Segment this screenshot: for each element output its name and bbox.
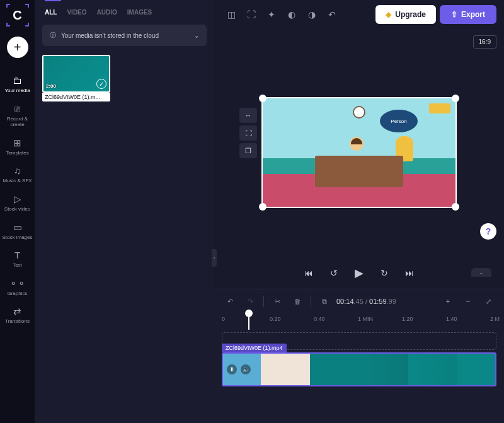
nav-label: Stock video	[4, 206, 30, 212]
forward-button[interactable]: ↻	[377, 266, 391, 280]
ruler-mark: 0:40	[314, 316, 325, 322]
timecode-display: 00:14.45 / 01:59.99	[336, 298, 396, 305]
nav-record-create[interactable]: ⎚Record & create	[0, 100, 35, 132]
video-clip[interactable]: ⏸ 🔈	[222, 352, 496, 386]
pip-button[interactable]: ❐	[239, 143, 257, 158]
resize-handle-br[interactable]	[452, 203, 459, 211]
preview-speech-bubble: Person	[380, 110, 418, 132]
crop-button[interactable]: ⛶	[242, 5, 261, 24]
resize-handle-tl[interactable]	[259, 95, 266, 102]
nav-graphics[interactable]: ⚬⚬Graphics	[0, 275, 35, 301]
ruler-mark: 1 MIN	[358, 316, 373, 322]
preview-side-tools: ↔ ⛶ ❐	[239, 108, 257, 158]
preview-wrap: ↔ ⛶ ❐ Person	[214, 29, 504, 257]
split-button[interactable]: ✂	[269, 293, 285, 310]
storage-notice-text: Your media isn't stored in the cloud	[61, 32, 159, 39]
current-time: 00:14	[336, 298, 354, 305]
add-media-button[interactable]: +	[7, 37, 28, 58]
camera-icon: ⎚	[12, 104, 23, 114]
chevron-down-icon: ⌄	[194, 32, 199, 39]
preview-watermark	[429, 103, 450, 113]
fit-timeline-button[interactable]: ⤢	[480, 293, 496, 310]
ruler-mark: 0	[222, 316, 225, 322]
tab-audio[interactable]: AUDIO	[97, 9, 117, 16]
clip-filename-label: ZCl69dVtW0E (1).mp4	[222, 344, 287, 352]
transport-controls: ⏮ ↺ ▶ ↻ ⏭	[214, 257, 504, 289]
clip-mute-icon[interactable]: 🔈	[241, 364, 251, 374]
play-button[interactable]: ▶	[352, 266, 366, 280]
timeline-ruler[interactable]: 0 0:20 0:40 1 MIN 1:20 1:40 2 M	[214, 313, 504, 330]
ruler-mark: 0:20	[270, 316, 281, 322]
resize-handle-bl[interactable]	[259, 203, 266, 211]
collapse-timeline-handle[interactable]: ⌄	[471, 268, 491, 277]
text-icon: T	[12, 250, 23, 260]
undo-button[interactable]: ↶	[222, 293, 238, 310]
zoom-out-button[interactable]: −	[460, 293, 476, 310]
preview-character-boy	[350, 137, 364, 151]
media-thumbnail[interactable]: ✓ ZCl69dVtW0E (1).m...	[42, 55, 110, 101]
nav-text[interactable]: TText	[0, 246, 35, 272]
ruler-mark: 1:20	[402, 316, 413, 322]
nav-label: Graphics	[7, 291, 27, 297]
skip-end-button[interactable]: ⏭	[403, 266, 416, 280]
export-label: Export	[461, 10, 485, 19]
diamond-icon: ◈	[386, 10, 391, 19]
nav-label: Transitions	[5, 318, 30, 325]
redo-button[interactable]: ↷	[242, 293, 258, 310]
storage-notice[interactable]: ⓘ Your media isn't stored in the cloud ⌄	[42, 25, 207, 46]
nav-label: Text	[13, 262, 22, 269]
fit-screen-button[interactable]: ⛶	[239, 125, 257, 141]
nav-label: Record & create	[0, 116, 35, 128]
graphics-icon: ⚬⚬	[12, 279, 23, 289]
tab-images[interactable]: IMAGES	[127, 9, 152, 16]
nav-your-media[interactable]: 🗀Your media	[0, 72, 35, 98]
video-icon: ▷	[12, 194, 23, 204]
resize-handle-tr[interactable]	[452, 95, 459, 102]
clip-pause-icon[interactable]: ⏸	[227, 364, 237, 374]
image-icon: ▭	[12, 223, 23, 233]
top-toolbar: ◫ ⛶ ✦ ◐ ◑ ↶ ◈Upgrade ⇧Export	[214, 0, 504, 29]
upload-icon: ⇧	[451, 10, 457, 19]
nav-transitions[interactable]: ⇄Transitions	[0, 303, 35, 328]
video-preview[interactable]: Person	[263, 98, 455, 207]
magic-button[interactable]: ✦	[262, 5, 281, 24]
nav-stock-video[interactable]: ▷Stock video	[0, 190, 35, 216]
filter-button[interactable]: ◑	[302, 5, 321, 24]
snap-button[interactable]: ⧉	[316, 293, 333, 310]
skip-start-button[interactable]: ⏮	[302, 266, 316, 280]
preview-desk-prop	[315, 156, 403, 187]
nav-stock-images[interactable]: ▭Stock images	[0, 219, 35, 245]
timeline-tracks: ZCl69dVtW0E (1).mp4 ⏸ 🔈	[214, 330, 504, 423]
clip-wrapper: ZCl69dVtW0E (1).mp4 ⏸ 🔈	[222, 352, 496, 386]
tab-video[interactable]: VIDEO	[67, 9, 86, 16]
nav-music-sfx[interactable]: ♫Music & SFX	[0, 162, 35, 188]
rewind-button[interactable]: ↺	[327, 266, 341, 280]
thumbnail-filename: ZCl69dVtW0E (1).m...	[42, 93, 110, 101]
preview-clock-prop	[353, 106, 365, 119]
layout-button[interactable]: ◫	[222, 5, 241, 24]
upgrade-label: Upgrade	[395, 10, 426, 19]
tab-all[interactable]: ALL	[45, 9, 57, 16]
upgrade-button[interactable]: ◈Upgrade	[375, 5, 436, 24]
editor-area: ‹ ◫ ⛶ ✦ ◐ ◑ ↶ ◈Upgrade ⇧Export 16:9 ↔ ⛶ …	[214, 0, 504, 423]
folder-icon: 🗀	[12, 76, 23, 86]
export-button[interactable]: ⇧Export	[440, 5, 496, 24]
nav-templates[interactable]: ⊞Templates	[0, 134, 35, 160]
adjust-button[interactable]: ◐	[282, 5, 301, 24]
info-icon: ⓘ	[50, 31, 56, 40]
nav-label: Music & SFX	[3, 178, 32, 184]
transition-icon: ⇄	[12, 306, 23, 316]
fit-width-button[interactable]: ↔	[239, 108, 257, 123]
total-time-frac: .99	[387, 298, 396, 305]
left-sidebar: C + 🗀Your media ⎚Record & create ⊞Templa…	[0, 0, 35, 423]
check-icon: ✓	[96, 79, 106, 89]
delete-button[interactable]: 🗑	[289, 293, 306, 310]
media-tabs: ALL VIDEO AUDIO IMAGES	[35, 0, 214, 22]
nav-label: Your media	[4, 88, 30, 94]
nav-label: Stock images	[2, 235, 32, 241]
help-button[interactable]: ?	[480, 223, 496, 240]
undo-curve-button[interactable]: ↶	[323, 5, 341, 24]
app-logo[interactable]: C	[9, 6, 26, 24]
ruler-mark: 1:40	[446, 316, 457, 322]
zoom-in-button[interactable]: +	[440, 293, 456, 310]
